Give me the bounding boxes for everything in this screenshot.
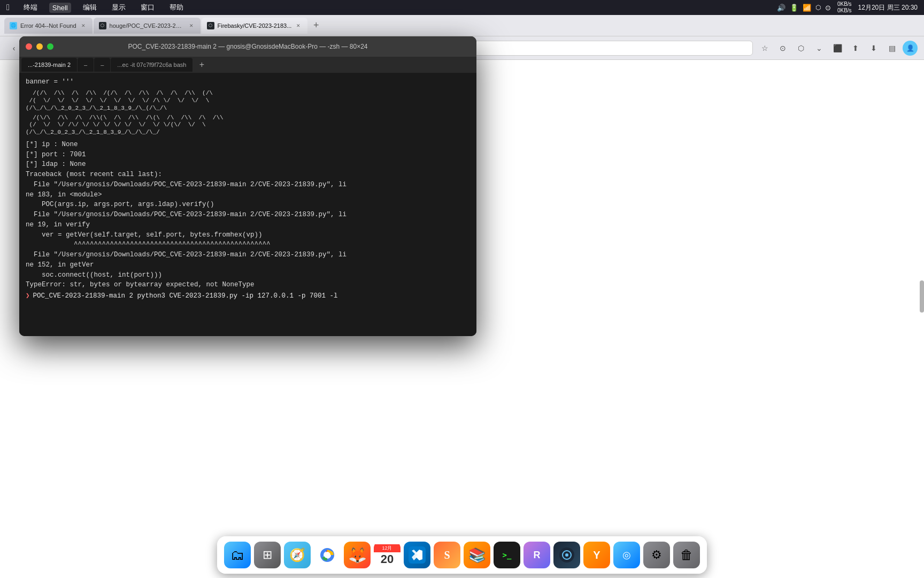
traceback-header: Traceback (most recent call last):: [26, 170, 470, 180]
terminal-body: banner = ''' /(/\ /\\ /\ /\\ /(/\ /\ /\\…: [19, 73, 476, 336]
share-button[interactable]: ⬆: [848, 41, 863, 56]
network-stats: 0KB/s 0KB/s: [837, 1, 852, 14]
ascii-art-cve: /(\/\ /\\ /\ /\\(\ /\ /\\ /\(\ /\ /\\ /\…: [26, 115, 470, 136]
wifi-icon[interactable]: 📶: [803, 4, 811, 12]
terminal-title-text: POC_CVE-2023-21839-main 2 — gnosis@Gnosi…: [128, 43, 367, 50]
dock-calendar[interactable]: 12月 20: [374, 542, 401, 568]
terminal-ldap-line: [*] ldap : None: [26, 159, 470, 170]
tab3-close[interactable]: ✕: [295, 22, 302, 29]
tab-firebasky-cve[interactable]: ⬡ Firebasky/CVE-2023-2183... ✕: [202, 18, 308, 34]
tab3-label: Firebasky/CVE-2023-2183...: [218, 22, 292, 29]
dock-firefox[interactable]: 🦊: [344, 542, 371, 568]
dock-sublime[interactable]: S: [434, 542, 460, 568]
terminal-tab-bar: ...-21839-main 2 – – ...ec -it 07c7f9f72…: [19, 57, 476, 73]
dock-launchpad[interactable]: ⊞: [254, 542, 281, 568]
dock-terminal[interactable]: >_: [494, 542, 520, 568]
apple-menu[interactable]: : [6, 3, 10, 12]
dock-trash[interactable]: 🗑: [673, 542, 700, 568]
dock-yoink[interactable]: Y: [583, 542, 610, 568]
control-center-icon[interactable]: ⊙: [825, 4, 831, 12]
traceback-line6: ver = getVer(self.target, self.port, byt…: [26, 230, 470, 240]
maximize-button[interactable]: [47, 43, 53, 50]
traceback-line4: File "/Users/gnosis/Downloads/POC_CVE-20…: [26, 210, 470, 220]
svg-point-6: [565, 553, 568, 557]
traceback-carets: ^^^^^^^^^^^^^^^^^^^^^^^^^^^^^^^^^^^^^^^^…: [26, 240, 470, 250]
new-tab-button[interactable]: +: [309, 18, 324, 33]
bluetooth-icon[interactable]: ⬡: [815, 4, 821, 11]
tab1-label: Error 404--Not Found: [20, 22, 76, 29]
new-terminal-tab-button[interactable]: +: [195, 58, 208, 71]
sidebar-toggle[interactable]: ▤: [884, 41, 899, 56]
puzzle-button[interactable]: ⬡: [794, 41, 808, 56]
dock-books[interactable]: 📚: [464, 542, 490, 568]
tab-error-404[interactable]: 🌐 Error 404--Not Found ✕: [4, 18, 93, 34]
dock-rider[interactable]: R: [523, 542, 550, 568]
tab1-close[interactable]: ✕: [80, 22, 87, 29]
bookmark-button[interactable]: ☆: [757, 41, 772, 56]
terminal-command: POC_CVE-2023-21839-main 2 python3 CVE-20…: [33, 291, 338, 301]
dock-vscode[interactable]: [404, 542, 430, 568]
banner-label: banner = ''': [26, 77, 470, 87]
sound-icon[interactable]: 🔊: [777, 4, 786, 12]
dock-settings[interactable]: ⚙: [643, 542, 670, 568]
menubar-view[interactable]: 显示: [109, 2, 129, 13]
tab2-label: houge/POC_CVE-2023-2183...: [110, 22, 184, 29]
tab3-favicon: ⬡: [207, 22, 214, 29]
traceback-line2: ne 183, in <module>: [26, 190, 470, 200]
close-button[interactable]: [26, 43, 32, 50]
terminal-prompt-line[interactable]: ❯ POC_CVE-2023-21839-main 2 python3 CVE-…: [26, 291, 470, 301]
battery-icon[interactable]: 🔋: [790, 4, 798, 12]
tab2-close[interactable]: ✕: [188, 22, 195, 29]
dock-finder[interactable]: 🗂: [224, 542, 251, 568]
sidebar-button[interactable]: ⬛: [830, 41, 845, 56]
svg-point-2: [324, 552, 330, 558]
traceback-line5: ne 19, in verify: [26, 220, 470, 230]
tab1-favicon: 🌐: [10, 22, 17, 29]
menubar-edit[interactable]: 编辑: [80, 2, 100, 13]
dock-safari[interactable]: 🧭: [284, 542, 311, 568]
download-button[interactable]: ⬇: [866, 41, 881, 56]
terminal-titlebar: POC_CVE-2023-21839-main 2 — gnosis@Gnosi…: [19, 36, 476, 57]
profile-button[interactable]: 👤: [903, 41, 918, 56]
menubar-right: 🔊 🔋 📶 ⬡ ⊙ 0KB/s 0KB/s 12月20日 周三 20:30: [777, 1, 918, 14]
tab2-favicon: ⬡: [99, 22, 106, 29]
menubar-help[interactable]: 帮助: [166, 2, 187, 13]
dock-radar[interactable]: ◎: [613, 542, 640, 568]
traceback-line1: File "/Users/gnosis/Downloads/POC_CVE-20…: [26, 180, 470, 190]
scrollbar[interactable]: [920, 280, 924, 313]
menubar-terminal[interactable]: 终端: [20, 2, 41, 13]
terminal-tab-3[interactable]: –: [94, 58, 110, 72]
menubar-icons: 🔊 🔋 📶 ⬡ ⊙: [777, 4, 831, 12]
terminal-window: POC_CVE-2023-21839-main 2 — gnosis@Gnosi…: [19, 36, 476, 336]
extensions-button[interactable]: ⊙: [775, 41, 790, 56]
dock-steam[interactable]: [553, 542, 580, 568]
terminal-tab-4[interactable]: ...ec -it 07c7f9f72c6a bash: [111, 58, 192, 72]
prompt-symbol: ❯: [26, 291, 30, 301]
terminal-tab-1[interactable]: ...-21839-main 2: [21, 58, 77, 72]
menubar-shell[interactable]: Shell: [49, 3, 71, 13]
traceback-error: TypeError: str, bytes or bytearray expec…: [26, 280, 470, 290]
ascii-art-banner: /(/\ /\\ /\ /\\ /(/\ /\ /\\ /\ /\ /\\ (/…: [26, 89, 470, 112]
traceback-line10: soc.connect((host, int(port))): [26, 270, 470, 280]
terminal-tab-2[interactable]: –: [78, 58, 94, 72]
tab-bar: 🌐 Error 404--Not Found ✕ ⬡ houge/POC_CVE…: [0, 15, 924, 36]
traceback-line3: POC(args.ip, args.port, args.ldap).verif…: [26, 200, 470, 210]
toolbar-right: ☆ ⊙ ⬡ ⌄ ⬛ ⬆ ⬇ ▤ 👤: [757, 41, 918, 56]
chevron-button[interactable]: ⌄: [812, 41, 827, 56]
dock-chrome[interactable]: [314, 542, 341, 568]
dock: 🗂 ⊞ 🧭 🦊 12月 20 S 📚 >_ R Y ◎ ⚙ 🗑: [217, 536, 707, 574]
terminal-ip-line: [*] ip : None: [26, 140, 470, 150]
menubar-window[interactable]: 窗口: [137, 2, 158, 13]
terminal-port-line: [*] port : 7001: [26, 150, 470, 160]
traceback-line8: File "/Users/gnosis/Downloads/POC_CVE-20…: [26, 250, 470, 260]
minimize-button[interactable]: [36, 43, 43, 50]
traceback-line9: ne 152, in getVer: [26, 260, 470, 270]
tab-list: 🌐 Error 404--Not Found ✕ ⬡ houge/POC_CVE…: [4, 18, 324, 34]
tab-houge-poc[interactable]: ⬡ houge/POC_CVE-2023-2183... ✕: [94, 18, 201, 34]
menubar:  终端 Shell 编辑 显示 窗口 帮助 🔊 🔋 📶 ⬡ ⊙ 0KB/s 0…: [0, 0, 924, 15]
datetime[interactable]: 12月20日 周三 20:30: [858, 3, 918, 12]
